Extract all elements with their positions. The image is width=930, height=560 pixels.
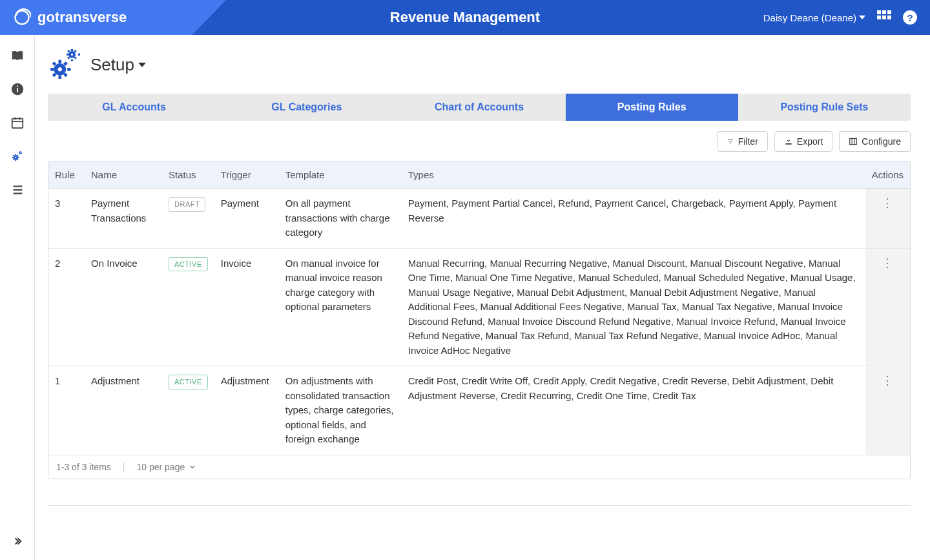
page-header: Setup (48, 48, 911, 82)
cell-actions: ⋮ (865, 248, 910, 366)
table-toolbar: Filter Export Configure (48, 131, 911, 152)
cell-trigger: Payment (214, 189, 279, 249)
brand-text: gotransverse (37, 9, 127, 26)
app-grid-icon[interactable] (877, 10, 891, 25)
per-page-label: 10 per page (136, 462, 185, 472)
tab-posting-rule-sets[interactable]: Posting Rule Sets (738, 94, 911, 121)
svg-point-22 (58, 67, 62, 71)
col-name[interactable]: Name (85, 161, 162, 189)
calendar-icon (10, 116, 25, 130)
status-badge: ACTIVE (169, 375, 208, 389)
section-divider (48, 505, 911, 506)
cell-rule: 1 (48, 366, 85, 455)
sidebar-item-calendar[interactable] (10, 115, 25, 130)
svg-rect-28 (785, 143, 791, 145)
cell-types: Payment, Payment Partial Cancel, Refund,… (402, 189, 865, 249)
col-trigger[interactable]: Trigger (214, 161, 279, 189)
col-status[interactable]: Status (162, 161, 214, 189)
cell-types: Manual Recurring, Manual Recurring Negat… (402, 248, 865, 366)
tabs: GL Accounts GL Categories Chart of Accou… (48, 94, 911, 121)
row-actions-button[interactable]: ⋮ (882, 256, 893, 269)
tab-chart-of-accounts[interactable]: Chart of Accounts (393, 94, 565, 121)
tab-gl-accounts[interactable]: GL Accounts (48, 94, 220, 121)
table-row: 2 On Invoice ACTIVE Invoice On manual in… (48, 248, 910, 366)
cell-template: On manual invoice for manual invoice rea… (279, 248, 402, 366)
table-row: 3 Payment Transactions DRAFT Payment On … (48, 189, 910, 249)
cell-name: Adjustment (85, 366, 162, 455)
svg-point-12 (15, 157, 16, 158)
cell-actions: ⋮ (865, 189, 910, 249)
brand[interactable]: gotransverse (13, 8, 127, 26)
filter-button[interactable]: Filter (717, 131, 768, 152)
table-footer: 1-3 of 3 items | 10 per page (48, 455, 910, 479)
filter-label: Filter (738, 136, 758, 147)
sidebar-item-book[interactable] (10, 48, 25, 63)
posting-rules-table: Rule Name Status Trigger Template Types … (48, 161, 911, 479)
gears-icon (10, 149, 25, 163)
svg-rect-3 (17, 86, 18, 87)
separator: | (123, 462, 125, 472)
svg-point-14 (19, 152, 20, 153)
list-icon (10, 183, 25, 197)
help-icon[interactable]: ? (903, 10, 917, 25)
svg-rect-2 (17, 88, 18, 92)
chevron-down-icon (138, 63, 146, 67)
col-template[interactable]: Template (279, 161, 402, 189)
sidebar-item-info[interactable] (10, 81, 25, 97)
row-actions-button[interactable]: ⋮ (882, 196, 893, 209)
user-menu[interactable]: Daisy Deane (Deane) (763, 12, 865, 23)
status-badge: ACTIVE (169, 257, 208, 272)
header-title: Revenue Management (390, 9, 540, 25)
main-content: Setup GL Accounts GL Categories Chart of… (35, 35, 930, 519)
info-icon (10, 82, 25, 96)
row-actions-button[interactable]: ⋮ (882, 374, 893, 387)
cell-trigger: Adjustment (214, 366, 279, 455)
col-rule[interactable]: Rule (48, 161, 85, 189)
table-row: 1 Adjustment ACTIVE Adjustment On adjust… (48, 366, 910, 455)
page-title-dropdown[interactable]: Setup (90, 55, 146, 75)
export-button[interactable]: Export (774, 131, 832, 152)
tab-gl-categories[interactable]: GL Categories (220, 94, 393, 121)
setup-page-icon (48, 48, 80, 82)
sidebar-item-list[interactable] (10, 182, 25, 198)
sidebar (0, 35, 35, 519)
gears-icon (48, 48, 80, 80)
app-header: gotransverse Revenue Management Daisy De… (0, 0, 930, 35)
cell-template: On adjustments with consolidated transac… (279, 366, 402, 455)
columns-icon (849, 137, 858, 146)
page-title-text: Setup (90, 55, 134, 75)
svg-point-24 (71, 54, 73, 56)
cell-name: On Invoice (85, 248, 162, 366)
configure-button[interactable]: Configure (839, 131, 911, 152)
col-actions: Actions (865, 161, 910, 189)
user-name-label: Daisy Deane (Deane) (763, 12, 856, 23)
download-icon (784, 137, 793, 146)
brand-logo-icon (13, 8, 31, 26)
cell-actions: ⋮ (865, 366, 910, 455)
cell-status: ACTIVE (162, 366, 214, 455)
tab-posting-rules[interactable]: Posting Rules (566, 94, 738, 121)
per-page-selector[interactable]: 10 per page (136, 462, 196, 472)
cell-rule: 3 (48, 189, 85, 249)
configure-label: Configure (862, 136, 901, 147)
cell-rule: 2 (48, 248, 85, 366)
chevron-down-icon (189, 463, 196, 471)
cell-name: Payment Transactions (85, 189, 162, 249)
cell-trigger: Invoice (214, 248, 279, 366)
chevron-down-icon (859, 16, 865, 19)
export-label: Export (797, 136, 823, 147)
cell-template: On all payment transactions with charge … (279, 189, 402, 249)
filter-icon (727, 138, 734, 145)
cell-status: DRAFT (162, 189, 214, 249)
svg-rect-4 (12, 119, 23, 129)
cell-types: Credit Post, Credit Write Off, Credit Ap… (402, 366, 865, 455)
svg-rect-29 (850, 138, 857, 144)
cell-status: ACTIVE (162, 248, 214, 366)
table-header-row: Rule Name Status Trigger Template Types … (48, 161, 910, 189)
pagination-summary: 1-3 of 3 items (56, 462, 111, 472)
sidebar-item-setup[interactable] (10, 149, 25, 164)
col-types[interactable]: Types (402, 161, 865, 189)
status-badge: DRAFT (169, 197, 205, 212)
book-icon (10, 48, 25, 63)
